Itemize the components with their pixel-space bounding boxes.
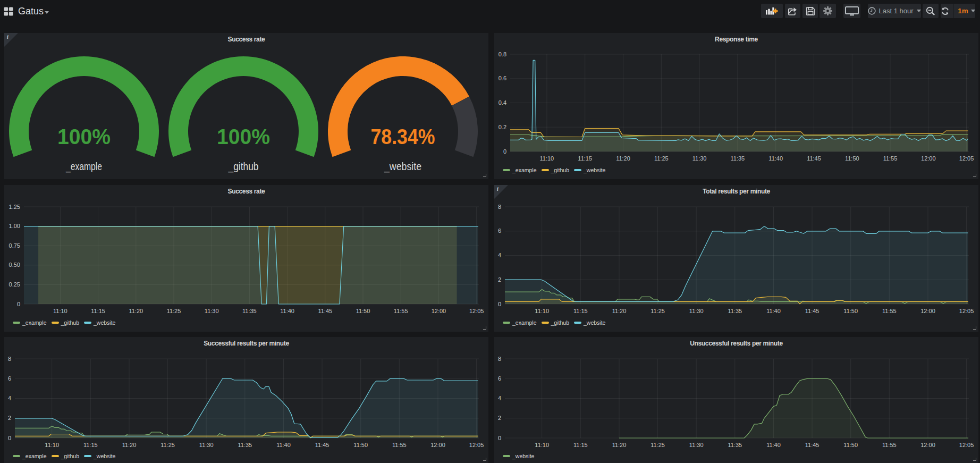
- svg-text:11:15: 11:15: [83, 442, 98, 448]
- svg-text:11:25: 11:25: [650, 308, 665, 314]
- svg-text:11:15: 11:15: [578, 155, 592, 162]
- svg-text:12:00: 12:00: [430, 442, 445, 448]
- svg-text:11:15: 11:15: [573, 308, 588, 314]
- svg-text:11:35: 11:35: [731, 155, 745, 162]
- svg-text:12:00: 12:00: [920, 442, 935, 448]
- svg-text:11:10: 11:10: [535, 308, 549, 314]
- svg-text:11:50: 11:50: [845, 155, 859, 162]
- svg-text:11:30: 11:30: [205, 308, 219, 314]
- svg-text:_website: _website: [384, 160, 421, 173]
- svg-text:11:30: 11:30: [689, 308, 704, 314]
- svg-text:11:10: 11:10: [53, 308, 67, 314]
- svg-text:4: 4: [8, 395, 11, 401]
- svg-text:0: 0: [498, 301, 501, 307]
- svg-text:11:40: 11:40: [766, 308, 781, 314]
- svg-text:0.6: 0.6: [499, 75, 506, 81]
- svg-text:11:45: 11:45: [805, 442, 820, 448]
- svg-text:11:40: 11:40: [768, 155, 783, 162]
- svg-text:11:50: 11:50: [353, 442, 368, 448]
- svg-text:11:15: 11:15: [91, 308, 105, 314]
- svg-text:11:45: 11:45: [807, 155, 821, 162]
- svg-text:12:05: 12:05: [469, 442, 484, 448]
- svg-text:12:05: 12:05: [959, 155, 974, 162]
- svg-text:_example: _example: [65, 160, 102, 173]
- svg-text:11:25: 11:25: [167, 308, 181, 314]
- svg-text:11:20: 11:20: [122, 442, 137, 448]
- svg-text:12:05: 12:05: [959, 442, 974, 448]
- svg-text:11:50: 11:50: [356, 308, 370, 314]
- svg-text:6: 6: [498, 228, 501, 234]
- svg-text:11:15: 11:15: [573, 442, 588, 448]
- svg-text:12:00: 12:00: [921, 155, 936, 162]
- svg-text:100%: 100%: [57, 124, 111, 149]
- svg-text:4: 4: [498, 252, 501, 258]
- svg-text:11:20: 11:20: [612, 308, 627, 314]
- svg-text:4: 4: [498, 395, 501, 401]
- svg-text:2: 2: [8, 415, 11, 421]
- svg-text:11:45: 11:45: [318, 308, 332, 314]
- svg-text:100%: 100%: [217, 124, 270, 149]
- svg-text:6: 6: [498, 375, 501, 382]
- svg-text:11:50: 11:50: [843, 442, 858, 448]
- svg-text:11:20: 11:20: [612, 442, 627, 448]
- svg-text:11:30: 11:30: [692, 155, 707, 162]
- svg-text:11:30: 11:30: [689, 442, 704, 448]
- svg-text:11:55: 11:55: [882, 308, 897, 314]
- svg-text:0.8: 0.8: [499, 51, 506, 57]
- svg-text:11:25: 11:25: [160, 442, 175, 448]
- svg-text:11:35: 11:35: [728, 308, 742, 314]
- svg-text:11:10: 11:10: [45, 442, 59, 448]
- svg-text:11:40: 11:40: [280, 308, 294, 314]
- svg-text:2: 2: [498, 415, 501, 421]
- svg-text:11:50: 11:50: [843, 308, 858, 314]
- svg-text:8: 8: [498, 356, 501, 362]
- svg-text:12:05: 12:05: [469, 308, 484, 314]
- svg-text:12:00: 12:00: [920, 308, 935, 314]
- svg-text:11:20: 11:20: [616, 155, 630, 162]
- svg-text:0: 0: [17, 301, 20, 307]
- svg-text:11:35: 11:35: [728, 442, 742, 448]
- svg-text:6: 6: [8, 375, 11, 382]
- svg-text:11:55: 11:55: [883, 155, 898, 162]
- svg-text:11:25: 11:25: [654, 155, 669, 162]
- svg-text:11:40: 11:40: [766, 442, 781, 448]
- svg-text:0: 0: [498, 435, 501, 441]
- svg-text:0.25: 0.25: [9, 281, 20, 288]
- svg-text:11:45: 11:45: [805, 308, 820, 314]
- svg-text:0.4: 0.4: [499, 99, 506, 106]
- svg-text:11:40: 11:40: [276, 442, 291, 448]
- svg-text:11:55: 11:55: [394, 308, 408, 314]
- svg-text:11:55: 11:55: [882, 442, 897, 448]
- svg-text:1.25: 1.25: [9, 204, 20, 210]
- svg-text:0.2: 0.2: [499, 124, 506, 130]
- svg-text:8: 8: [498, 204, 501, 210]
- svg-text:2: 2: [498, 276, 501, 283]
- svg-text:11:35: 11:35: [238, 442, 252, 448]
- svg-text:11:55: 11:55: [392, 442, 407, 448]
- svg-text:78.34%: 78.34%: [371, 124, 435, 149]
- svg-text:8: 8: [8, 356, 11, 362]
- svg-text:11:20: 11:20: [129, 308, 143, 314]
- svg-text:11:45: 11:45: [315, 442, 330, 448]
- svg-text:0.50: 0.50: [9, 262, 20, 268]
- svg-text:11:10: 11:10: [535, 442, 549, 448]
- svg-text:0: 0: [503, 148, 506, 155]
- svg-text:12:05: 12:05: [959, 308, 974, 314]
- svg-text:11:25: 11:25: [650, 442, 665, 448]
- svg-text:1.00: 1.00: [9, 223, 20, 229]
- svg-text:11:35: 11:35: [242, 308, 257, 314]
- svg-text:11:10: 11:10: [540, 155, 554, 162]
- svg-text:11:30: 11:30: [199, 442, 214, 448]
- svg-text:0: 0: [8, 435, 11, 441]
- svg-text:12:00: 12:00: [432, 308, 446, 314]
- svg-text:0.75: 0.75: [9, 242, 20, 249]
- svg-text:_github: _github: [228, 160, 259, 173]
